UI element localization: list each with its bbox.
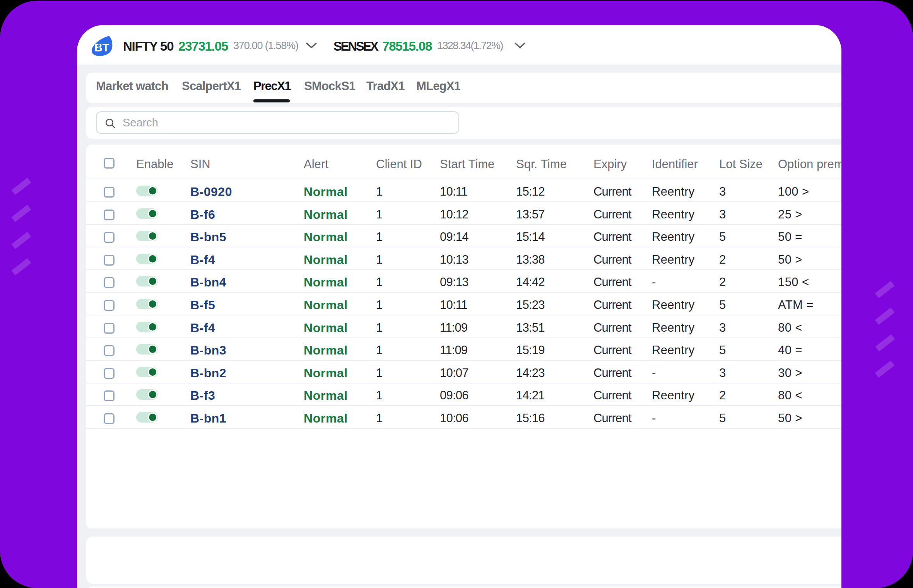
svg-text:BT: BT	[94, 41, 109, 54]
